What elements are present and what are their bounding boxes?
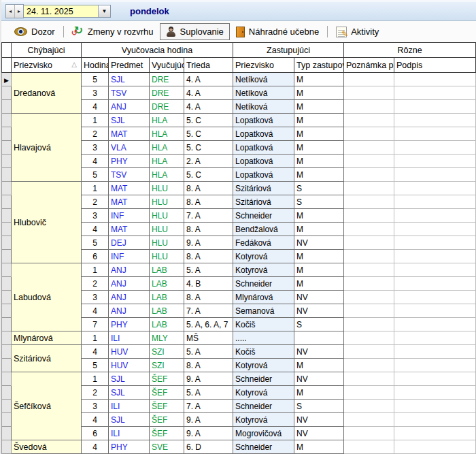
subject-cell[interactable]: DEJ	[109, 236, 150, 250]
lesson-number-cell[interactable]: 3	[82, 400, 109, 413]
subject-cell[interactable]: SJL	[109, 386, 150, 400]
row-selector-cell[interactable]	[2, 359, 12, 372]
teacher-code-cell[interactable]: HLU	[150, 209, 184, 223]
class-cell[interactable]: 8. A	[184, 291, 233, 304]
row-selector-cell[interactable]	[2, 291, 12, 304]
lesson-number-cell[interactable]: 5	[82, 359, 109, 372]
tab-aktivity[interactable]: Aktivity	[330, 23, 385, 41]
subject-cell[interactable]: PHY	[109, 318, 150, 331]
teacher-code-cell[interactable]: DRE	[150, 73, 184, 86]
signature-cell[interactable]	[394, 263, 476, 277]
teacher-code-cell[interactable]: ŠEF	[150, 413, 184, 427]
note-cell[interactable]	[344, 155, 394, 168]
subject-cell[interactable]: ILI	[109, 427, 150, 440]
lesson-number-cell[interactable]: 1	[82, 372, 109, 386]
lesson-number-cell[interactable]: 1	[82, 114, 109, 127]
signature-cell[interactable]	[394, 318, 476, 331]
signature-cell[interactable]	[394, 73, 476, 86]
substitute-teacher-cell[interactable]: Lopatková	[233, 114, 294, 127]
substitute-teacher-cell[interactable]: Kotyrová	[233, 359, 294, 372]
lesson-number-cell[interactable]: 4	[82, 304, 109, 318]
lesson-number-cell[interactable]: 1	[82, 331, 109, 345]
row-selector-cell[interactable]	[2, 386, 12, 400]
column-header-5[interactable]: Trieda	[184, 58, 233, 73]
substitution-type-cell[interactable]: S	[294, 182, 344, 195]
substitute-teacher-cell[interactable]: Lopatková	[233, 155, 294, 168]
lesson-number-cell[interactable]: 7	[82, 318, 109, 331]
teacher-code-cell[interactable]: HLU	[150, 182, 184, 195]
teacher-code-cell[interactable]: LAB	[150, 291, 184, 304]
substitution-type-cell[interactable]: M	[294, 250, 344, 263]
lesson-number-cell[interactable]: 4	[82, 440, 109, 454]
signature-cell[interactable]	[394, 345, 476, 359]
note-cell[interactable]	[344, 141, 394, 155]
row-selector-cell[interactable]	[2, 236, 12, 250]
lesson-number-cell[interactable]: 1	[82, 182, 109, 195]
teacher-code-cell[interactable]: ŠEF	[150, 386, 184, 400]
substitute-teacher-cell[interactable]: Lopatková	[233, 168, 294, 182]
date-picker[interactable]: 24. 11. 2025 ▼	[24, 5, 111, 18]
tab-suplovanie[interactable]: Suplovanie	[160, 23, 230, 40]
substitute-teacher-cell[interactable]: Kočiš	[233, 318, 294, 331]
lesson-number-cell[interactable]: 4	[82, 223, 109, 236]
substitute-teacher-cell[interactable]: Mlynárová	[233, 291, 294, 304]
row-selector-cell[interactable]	[2, 304, 12, 318]
substitution-type-cell[interactable]: NV	[294, 291, 344, 304]
substitute-teacher-cell[interactable]: Semanová	[233, 304, 294, 318]
class-cell[interactable]: MŠ	[184, 331, 233, 345]
signature-cell[interactable]	[394, 100, 476, 114]
class-cell[interactable]: 7. A	[184, 400, 233, 413]
teacher-code-cell[interactable]: LAB	[150, 263, 184, 277]
column-header-8[interactable]: Poznámka pr	[344, 58, 394, 73]
substitution-type-cell[interactable]: M	[294, 127, 344, 141]
row-selector-cell[interactable]	[2, 400, 12, 413]
prev-day-button[interactable]: ◂	[6, 5, 15, 18]
class-cell[interactable]: 9. A	[184, 372, 233, 386]
teacher-code-cell[interactable]: HLA	[150, 155, 184, 168]
signature-cell[interactable]	[394, 114, 476, 127]
class-cell[interactable]: 9. A	[184, 413, 233, 427]
absent-teacher-cell[interactable]: Hlavajová	[12, 114, 82, 182]
row-selector-cell[interactable]	[2, 182, 12, 195]
substitute-teacher-cell[interactable]: Szitáriová	[233, 195, 294, 209]
substitution-type-cell[interactable]: M	[294, 141, 344, 155]
row-selector-cell[interactable]	[2, 263, 12, 277]
subject-cell[interactable]: PHY	[109, 155, 150, 168]
sort-ascending-icon[interactable]: △	[71, 61, 77, 68]
substitution-type-cell[interactable]: M	[294, 100, 344, 114]
note-cell[interactable]	[344, 223, 394, 236]
substitution-type-cell[interactable]: M	[294, 277, 344, 291]
subject-cell[interactable]: PHY	[109, 440, 150, 454]
subject-cell[interactable]: MAT	[109, 223, 150, 236]
note-cell[interactable]	[344, 372, 394, 386]
note-cell[interactable]	[344, 195, 394, 209]
substitution-type-cell[interactable]: M	[294, 155, 344, 168]
class-cell[interactable]: 4. A	[184, 100, 233, 114]
row-selector-cell[interactable]	[2, 372, 12, 386]
row-selector-cell[interactable]	[2, 345, 12, 359]
row-selector-cell[interactable]	[2, 318, 12, 331]
substitution-type-cell[interactable]: NV	[294, 304, 344, 318]
lesson-number-cell[interactable]: 6	[82, 427, 109, 440]
teacher-code-cell[interactable]: HLA	[150, 127, 184, 141]
signature-cell[interactable]	[394, 359, 476, 372]
signature-cell[interactable]	[394, 86, 476, 100]
column-header-4[interactable]: Vyučujúci	[150, 58, 184, 73]
lesson-number-cell[interactable]: 3	[82, 141, 109, 155]
note-cell[interactable]	[344, 413, 394, 427]
substitution-type-cell[interactable]: NV	[294, 236, 344, 250]
lesson-number-cell[interactable]: 2	[82, 386, 109, 400]
substitution-type-cell[interactable]: S	[294, 400, 344, 413]
row-selector-cell[interactable]	[2, 155, 12, 168]
subject-cell[interactable]: TSV	[109, 168, 150, 182]
lesson-number-cell[interactable]: 2	[82, 277, 109, 291]
subject-cell[interactable]: ANJ	[109, 100, 150, 114]
teacher-code-cell[interactable]: MLY	[150, 331, 184, 345]
row-selector-cell[interactable]	[2, 100, 12, 114]
signature-cell[interactable]	[394, 168, 476, 182]
subject-cell[interactable]: ILI	[109, 400, 150, 413]
subject-cell[interactable]: SJL	[109, 372, 150, 386]
substitution-type-cell[interactable]: M	[294, 440, 344, 454]
teacher-code-cell[interactable]: LAB	[150, 318, 184, 331]
class-cell[interactable]: 8. A	[184, 223, 233, 236]
